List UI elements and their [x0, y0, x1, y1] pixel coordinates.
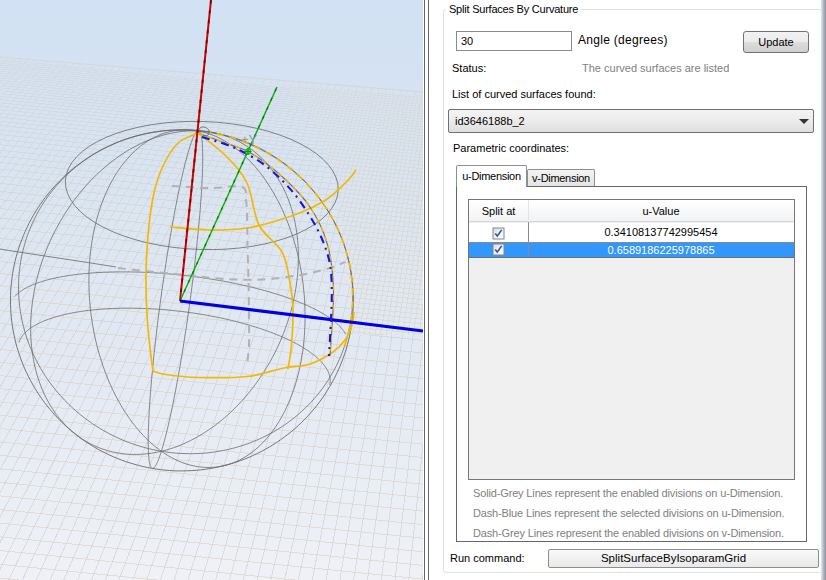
svg-text:+Y: +Y — [241, 132, 258, 147]
